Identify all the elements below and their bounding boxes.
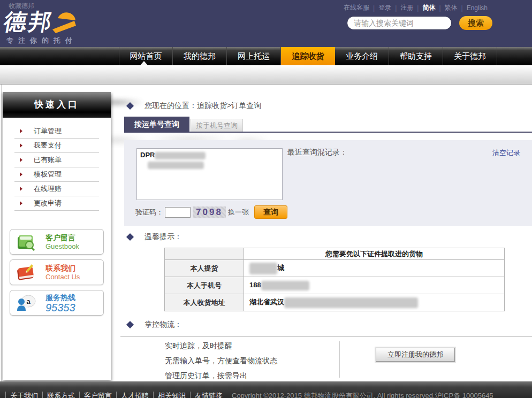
footer-link-friends[interactable]: 友情链接 — [190, 392, 227, 398]
traditional-link[interactable]: 繁体 — [445, 3, 458, 12]
contact-card[interactable]: 联系我们 Contact Us — [10, 259, 104, 285]
tips-table-corner — [165, 248, 244, 260]
footer-link-guestbook[interactable]: 客户留言 — [79, 392, 116, 398]
divider — [120, 336, 532, 336]
top-links: 在线客服| 登录| 注册| 简体| 繁体| English — [344, 3, 488, 12]
query-submit-button[interactable]: 查询 — [254, 205, 287, 219]
search-input[interactable] — [347, 16, 452, 30]
hotline-icon: a — [16, 293, 36, 313]
tips-heading-text: 温馨提示： — [145, 232, 182, 242]
tips-table-header: 您需要凭以下证件提取进的货物 — [244, 248, 505, 260]
contact-title: 联系我们 — [45, 264, 80, 273]
guestbook-title: 客户留言 — [45, 233, 79, 242]
register-button[interactable]: 立即注册我的德邦 — [376, 348, 455, 362]
footer-link-about[interactable]: 关于我们 — [5, 392, 42, 398]
hotline-card[interactable]: a 服务热线 95353 — [10, 290, 104, 316]
sidebar-item-bills[interactable]: 已有账单 — [14, 153, 99, 167]
tab-waybill-query[interactable]: 按运单号查询 — [124, 117, 189, 132]
page-edge-line — [1, 85, 2, 381]
login-link[interactable]: 登录 — [378, 3, 391, 12]
online-service-link[interactable]: 在线客服 — [344, 3, 369, 12]
recent-query-label: 最近查询混记录： — [287, 148, 347, 157]
tips-table: 您需要凭以下证件提取进的货物 本人提货 城 本人手机号 188 本人收货地址 湖… — [164, 248, 505, 311]
diamond-icon — [126, 321, 134, 328]
logistics-row: 实时追踪，及时提醒 无需输入单号，方便查看物流状态 管理历史订单，按需导出 立即… — [124, 338, 532, 379]
breadcrumb: 您现在的位置：追踪收货>订单查询 — [127, 101, 261, 111]
sidebar-item-claims[interactable]: 在线理赔 — [14, 182, 99, 196]
logistics-benefits: 实时追踪，及时提醒 无需输入单号，方便查看物流状态 管理历史订单，按需导出 — [165, 338, 277, 383]
blurred-text — [249, 263, 277, 274]
nav-item-help[interactable]: 帮助支持 — [389, 47, 443, 65]
table-row: 本人提货 城 — [165, 260, 505, 277]
clear-records-link[interactable]: 清空记录 — [492, 148, 520, 158]
nav-item-my-deppon[interactable]: 我的德邦 — [173, 47, 227, 65]
captcha-refresh-link[interactable]: 换一张 — [228, 208, 249, 217]
top-header: 收藏德邦 德邦 专注你的托付 在线客服| 登录| 注册| 简体| 繁体| Eng… — [0, 0, 532, 47]
waybill-prefix: DPR — [140, 151, 155, 159]
captcha-input[interactable] — [165, 207, 191, 218]
blurred-waybill — [155, 152, 206, 159]
logo-text[interactable]: 德邦 — [2, 11, 55, 33]
footer: 关于我们 联系方式 客户留言 人才招聘 相关知识 友情链接 Copyright … — [0, 381, 532, 398]
captcha-label: 验证码： — [135, 208, 163, 217]
nav-item-about[interactable]: 关于德邦 — [443, 47, 497, 65]
tab-phone-query[interactable]: 按手机号查询 — [191, 119, 243, 132]
sidebar-item-order-management[interactable]: 订单管理 — [14, 124, 99, 139]
captcha-image: 7098 — [193, 206, 226, 218]
breadcrumb-text: 您现在的位置：追踪收货>订单查询 — [145, 101, 261, 111]
nav-item-services[interactable]: 业务介绍 — [335, 47, 389, 65]
contact-subtitle: Contact Us — [45, 273, 80, 281]
sidebar-title: 快速入口 — [3, 92, 111, 118]
tips-heading: 温馨提示： — [127, 232, 182, 242]
sidebar-item-templates[interactable]: 模板管理 — [14, 167, 99, 182]
query-panel: DPR 最近查询混记录： 清空记录 验证码： 7098 换一张 查询 — [124, 140, 532, 226]
guestbook-icon — [16, 232, 36, 252]
search-button[interactable]: 搜索 — [459, 16, 492, 30]
main-content: 您现在的位置：追踪收货>订单查询 按运单号查询 按手机号查询 DPR 最近查询混… — [124, 85, 532, 382]
footer-link-knowledge[interactable]: 相关知识 — [153, 392, 190, 398]
logistics-heading: 掌控物流： — [127, 320, 182, 330]
sub-nav-band — [0, 65, 532, 85]
row-label: 本人手机号 — [165, 277, 244, 294]
register-link[interactable]: 注册 — [400, 3, 413, 12]
guestbook-subtitle: Guestbook — [45, 242, 79, 251]
contact-icon — [16, 262, 36, 282]
row-value: 湖北省武汉 — [244, 294, 505, 311]
hotline-title: 服务热线 — [45, 293, 75, 302]
diamond-icon — [126, 102, 134, 110]
row-value: 188 — [244, 277, 505, 294]
query-tabs: 按运单号查询 按手机号查询 — [124, 118, 532, 133]
simplified-link[interactable]: 简体 — [422, 3, 435, 12]
footer-link-contact[interactable]: 联系方式 — [42, 392, 79, 398]
row-label: 本人收货地址 — [165, 294, 244, 311]
sidebar: 快速入口 订单管理 我要支付 已有账单 模板管理 在线理赔 更改申请 客户留言 — [3, 92, 111, 380]
footer-links: 关于我们 联系方式 客户留言 人才招聘 相关知识 友情链接 — [5, 392, 227, 398]
vertical-divider — [339, 341, 340, 378]
blurred-text — [284, 297, 418, 308]
blurred-text — [261, 281, 309, 290]
row-label: 本人提货 — [165, 260, 244, 277]
footer-copyright: Copyright ©2012-2015 德邦物流股份有限公司. All rig… — [232, 392, 493, 398]
nav-active-arrow — [140, 61, 148, 65]
table-row: 本人手机号 188 — [165, 277, 505, 294]
sidebar-item-pay[interactable]: 我要支付 — [14, 139, 99, 153]
nav-item-tracking[interactable]: 追踪收货 — [281, 47, 335, 65]
page: 收藏德邦 德邦 专注你的托付 在线客服| 登录| 注册| 简体| 繁体| Eng… — [0, 0, 532, 398]
blurred-waybill — [148, 162, 204, 169]
guestbook-card[interactable]: 客户留言 Guestbook — [10, 229, 104, 255]
hotline-number: 95353 — [45, 302, 75, 313]
main-nav: 网站首页 我的德邦 网上托运 追踪收货 业务介绍 帮助支持 关于德邦 — [0, 47, 532, 65]
footer-link-careers[interactable]: 人才招聘 — [116, 392, 153, 398]
sidebar-item-change-request[interactable]: 更改申请 — [14, 196, 99, 211]
nav-item-online-shipping[interactable]: 网上托运 — [227, 47, 281, 65]
table-row: 本人收货地址 湖北省武汉 — [165, 294, 505, 311]
english-link[interactable]: English — [467, 4, 488, 12]
logo-arrow-icon — [52, 4, 79, 33]
waybill-textarea[interactable]: DPR — [136, 148, 283, 200]
row-value: 城 — [244, 260, 505, 277]
diamond-icon — [126, 233, 134, 241]
logistics-heading-text: 掌控物流： — [145, 320, 182, 330]
logo-tagline: 专注你的托付 — [6, 36, 77, 45]
svg-text:a: a — [26, 297, 31, 305]
